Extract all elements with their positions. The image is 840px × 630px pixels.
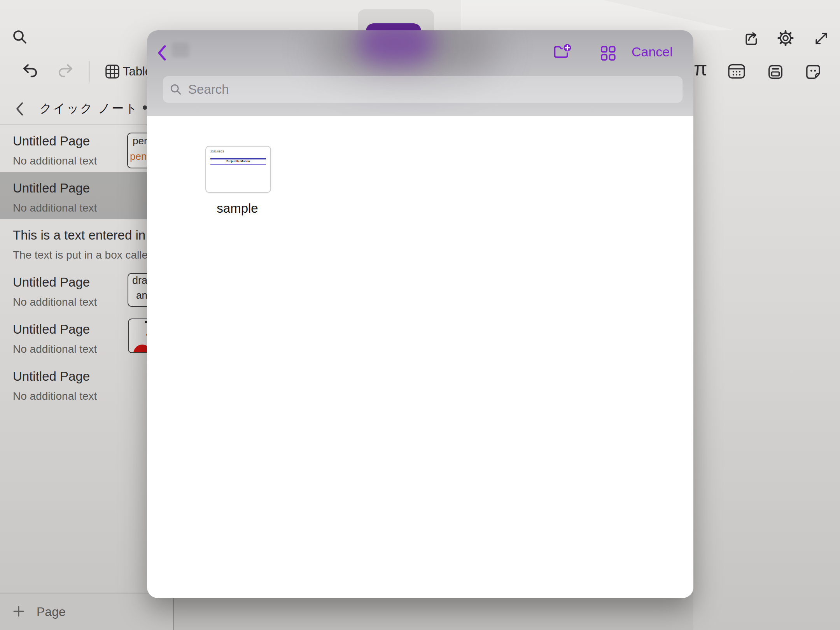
- document-card[interactable]: 2021/08/23 Projectile Motion: [205, 146, 271, 193]
- page-subtitle: No additional text: [13, 155, 97, 167]
- keypad-icon[interactable]: [727, 63, 746, 79]
- new-folder-icon[interactable]: [552, 42, 573, 61]
- redo-icon: [57, 61, 74, 80]
- handwriting-text: dra: [132, 275, 147, 287]
- handwriting-text: an: [136, 289, 147, 301]
- notebook-title: クイック ノート: [40, 100, 138, 117]
- grid-view-icon[interactable]: [600, 45, 617, 62]
- background-highlight-wedge: [461, 0, 735, 30]
- search-input[interactable]: [187, 82, 656, 97]
- document-rule-bottom: [210, 164, 266, 165]
- picker-back-chevron[interactable]: [156, 44, 169, 62]
- add-page-plus-icon[interactable]: [12, 605, 25, 618]
- document-heading: Projectile Motion: [210, 159, 266, 163]
- document-date: 2021/08/23: [210, 150, 224, 153]
- bottom-bar-sidebar-section: [0, 593, 173, 630]
- undo-icon[interactable]: [22, 61, 39, 80]
- page-title: Untitled Page: [13, 134, 90, 149]
- panel-layout-icon[interactable]: [767, 64, 784, 80]
- share-icon[interactable]: [743, 30, 760, 47]
- page-subtitle: No additional text: [13, 390, 97, 402]
- app-root: Table π: [0, 0, 840, 630]
- document-name[interactable]: sample: [190, 201, 285, 216]
- backdrop-ghost: [172, 43, 189, 58]
- math-pi-icon[interactable]: π: [694, 59, 707, 79]
- toolbar-divider: [89, 61, 89, 82]
- document-picker-modal: Cancel 2021/08/23 Projectile Motion samp…: [147, 30, 693, 598]
- page-title: Untitled Page: [13, 181, 90, 196]
- page-subtitle: No additional text: [13, 202, 97, 214]
- picker-content: 2021/08/23 Projectile Motion sample: [147, 116, 693, 598]
- table-icon[interactable]: [104, 63, 121, 80]
- sidebar-back-chevron[interactable]: [14, 101, 26, 117]
- expand-fullscreen-icon[interactable]: [813, 30, 830, 47]
- sidebar-bottom-divider: [173, 593, 174, 630]
- more-menu-dot[interactable]: [143, 105, 147, 110]
- page-subtitle: No additional text: [13, 343, 97, 355]
- page-title: This is a text entered in: [13, 228, 145, 243]
- search-bar[interactable]: [163, 76, 682, 103]
- page-title: Untitled Page: [13, 322, 90, 337]
- page-subtitle: The text is put in a box called: [13, 249, 154, 261]
- search-icon[interactable]: [11, 28, 29, 46]
- page-title: Untitled Page: [13, 275, 90, 290]
- add-page-button[interactable]: Page: [37, 605, 66, 619]
- sticker-icon[interactable]: [804, 63, 822, 81]
- settings-gear-icon[interactable]: [776, 29, 795, 47]
- page-title: Untitled Page: [13, 369, 90, 384]
- page-subtitle: No additional text: [13, 296, 97, 308]
- cancel-button[interactable]: Cancel: [632, 44, 690, 60]
- backdrop-purple-smear: [357, 30, 435, 65]
- handwriting-text: pen: [130, 150, 147, 163]
- picker-header: Cancel: [147, 30, 693, 116]
- bottom-bar: [0, 593, 693, 630]
- search-glyph-icon: [169, 82, 183, 96]
